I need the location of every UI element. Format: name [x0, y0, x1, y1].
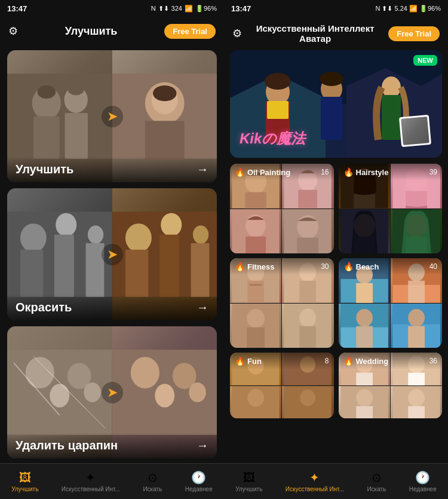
svg-point-99: [356, 308, 373, 326]
svg-rect-124: [408, 406, 425, 418]
svg-point-14: [56, 213, 76, 236]
hair-img-4: [391, 209, 442, 254]
svg-rect-47: [321, 97, 342, 140]
right-enhance-nav-icon: 🖼: [243, 471, 255, 485]
svg-rect-92: [356, 283, 373, 303]
right-header: ⚙ Искусственный Интеллект Аватар Free Tr…: [224, 17, 448, 50]
svg-rect-88: [299, 326, 316, 348]
right-free-trial-button[interactable]: Free Trial: [388, 26, 440, 41]
wed-img-3: [339, 386, 390, 419]
svg-rect-82: [299, 281, 316, 303]
wedding-header: 🔥 Wedding 36: [339, 353, 443, 369]
svg-rect-60: [246, 236, 266, 253]
svg-point-87: [299, 308, 316, 327]
enhance-label: Улучшить: [16, 163, 73, 176]
scratch-label: Удалить царапин: [16, 439, 118, 452]
svg-point-6: [68, 85, 84, 96]
svg-point-50: [265, 73, 291, 90]
svg-point-123: [408, 388, 425, 406]
left-nav-search[interactable]: ⊙ Искать: [143, 470, 162, 492]
svg-point-11: [153, 85, 176, 101]
svg-rect-49: [382, 95, 401, 140]
right-ai-nav-label: Искусственный Инт...: [286, 486, 344, 492]
right-nav-enhance[interactable]: 🖼 Улучшить: [235, 471, 262, 492]
scratch-label-bar: Удалить царапин →: [7, 433, 217, 458]
right-nav-recent[interactable]: 🕐 Недавнее: [409, 470, 437, 492]
fun-img-3: [230, 386, 281, 419]
right-gear-icon[interactable]: ⚙: [232, 27, 242, 40]
fun-count: 8: [325, 357, 329, 365]
oil-fire-icon: 🔥: [235, 167, 245, 177]
ai-nav-icon: ✦: [85, 470, 96, 485]
enhance-card[interactable]: ➤ Улучшить →: [7, 50, 217, 182]
colorize-label: Окрасить: [16, 301, 72, 314]
left-cards-container: ➤ Улучшить →: [0, 45, 224, 463]
enhance-nav-icon: 🖼: [19, 471, 31, 485]
left-status-icons: N ⬆⬇ 324 📶 🔋96%: [151, 5, 217, 13]
right-ai-nav-icon: ✦: [309, 470, 320, 485]
fun-header: 🔥 Fun 8: [230, 353, 334, 369]
svg-point-15: [88, 225, 103, 244]
left-status-bar: 13:47 N ⬆⬇ 324 📶 🔋96%: [0, 0, 224, 17]
svg-rect-17: [54, 235, 74, 297]
wedding-card[interactable]: 🔥 Wedding 36: [339, 353, 443, 418]
scratch-arrow-label: →: [197, 439, 208, 452]
colorize-card[interactable]: ➤ Окрасить →: [7, 188, 217, 320]
left-time: 13:47: [7, 4, 27, 13]
svg-rect-104: [408, 326, 425, 348]
photo-inner: [401, 117, 429, 145]
right-nav-ai[interactable]: ✦ Искусственный Инт...: [286, 470, 344, 492]
oil-painting-card[interactable]: 🔥 Oil Painting 16: [230, 164, 334, 253]
scratch-card[interactable]: ➤ Удалить царапин →: [7, 326, 217, 458]
fitness-count: 30: [321, 262, 329, 271]
svg-rect-23: [125, 250, 148, 297]
svg-rect-45: [267, 101, 289, 119]
oil-img-4: [282, 209, 333, 254]
gear-icon[interactable]: ⚙: [8, 25, 18, 38]
hero-banner[interactable]: NEW Kikの魔法: [230, 50, 442, 158]
wedding-fire-icon: 🔥: [343, 356, 354, 366]
hairstyle-name: Hairstyle: [356, 168, 389, 177]
oil-painting-name: Oil Painting: [247, 168, 290, 177]
svg-rect-10: [145, 121, 184, 160]
beach-card[interactable]: 🔥 Beach 40: [339, 258, 443, 348]
svg-point-29: [50, 384, 69, 407]
category-grid-row1: 🔥 Oil Painting 16: [230, 164, 442, 253]
beach-img-3: [339, 304, 390, 348]
right-panel: 13:47 N ⬆⬇ 5.24 📶 🔋96% ⚙ Искусственный И…: [224, 0, 448, 499]
svg-rect-63: [297, 237, 318, 253]
enhance-label-bar: Улучшить →: [7, 157, 217, 182]
svg-point-21: [161, 213, 182, 236]
svg-rect-118: [408, 373, 425, 385]
svg-rect-57: [298, 190, 317, 209]
oil-painting-header: 🔥 Oil Painting 16: [230, 164, 334, 180]
right-status-bar: 13:47 N ⬆⬇ 5.24 📶 🔋96%: [224, 0, 448, 17]
svg-point-13: [20, 224, 47, 252]
colorize-label-bar: Окрасить →: [7, 295, 217, 320]
beach-fire-icon: 🔥: [343, 262, 354, 271]
ai-nav-label: Искусственный Инт...: [62, 486, 120, 492]
svg-rect-54: [245, 192, 266, 209]
right-nav-search[interactable]: ⊙ Искать: [367, 470, 386, 492]
hairstyle-card[interactable]: 🔥 Hairstyle 39: [339, 164, 443, 253]
left-free-trial-button[interactable]: Free Trial: [164, 24, 216, 39]
right-enhance-nav-label: Улучшить: [235, 486, 262, 492]
svg-point-48: [382, 76, 401, 98]
fun-card[interactable]: 🔥 Fun 8: [230, 353, 334, 418]
left-nav-recent[interactable]: 🕐 Недавнее: [185, 470, 213, 492]
recent-nav-icon: 🕐: [191, 470, 206, 485]
fitness-fire-icon: 🔥: [235, 262, 245, 271]
left-nav-enhance[interactable]: 🖼 Улучшить: [11, 471, 38, 492]
svg-point-110: [247, 388, 264, 406]
fit-img-3: [230, 304, 281, 348]
right-recent-nav-label: Недавнее: [409, 486, 437, 492]
fitness-card[interactable]: 🔥 Fitness 30: [230, 258, 334, 348]
svg-point-84: [247, 308, 265, 327]
svg-rect-78: [247, 281, 264, 303]
left-header-title: Улучшить: [65, 25, 118, 38]
left-nav-ai[interactable]: ✦ Искусственный Инт...: [62, 470, 120, 492]
left-header: ⚙ Улучшить Free Trial: [0, 17, 224, 45]
recent-nav-label: Недавнее: [185, 486, 213, 492]
beach-name: Beach: [356, 262, 379, 271]
hairstyle-header: 🔥 Hairstyle 39: [339, 164, 443, 180]
